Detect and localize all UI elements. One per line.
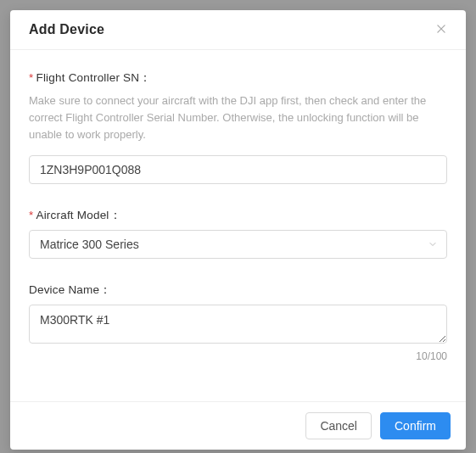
cancel-button[interactable]: Cancel — [305, 412, 372, 439]
device-name-label-row: Device Name： — [29, 282, 447, 298]
modal-header: Add Device — [10, 10, 466, 50]
required-mark: * — [29, 209, 33, 221]
field-flight-sn: *Flight Controller SN： Make sure to conn… — [29, 70, 447, 184]
device-name-label: Device Name： — [29, 283, 111, 296]
modal-title: Add Device — [29, 22, 104, 37]
field-device-name: Device Name： 10/100 — [29, 282, 447, 362]
flight-sn-help: Make sure to connect your aircraft with … — [29, 92, 447, 143]
chevron-down-icon — [428, 239, 438, 249]
add-device-modal: Add Device *Flight Controller SN： Make s… — [10, 10, 466, 450]
aircraft-model-select[interactable]: Matrice 300 Series — [29, 230, 447, 259]
flight-sn-label: Flight Controller SN： — [36, 71, 151, 84]
required-mark: * — [29, 71, 33, 84]
flight-sn-label-row: *Flight Controller SN： — [29, 70, 447, 86]
flight-sn-input[interactable] — [29, 155, 447, 184]
close-icon — [435, 23, 447, 37]
modal-footer: Cancel Confirm — [10, 401, 466, 450]
field-aircraft-model: *Aircraft Model： Matrice 300 Series — [29, 208, 447, 259]
aircraft-model-label-row: *Aircraft Model： — [29, 208, 447, 223]
device-name-input[interactable] — [29, 305, 447, 344]
aircraft-model-label: Aircraft Model： — [36, 209, 120, 221]
modal-body: *Flight Controller SN： Make sure to conn… — [10, 50, 466, 401]
device-name-counter: 10/100 — [29, 350, 447, 362]
confirm-button[interactable]: Confirm — [380, 412, 451, 439]
aircraft-model-value: Matrice 300 Series — [40, 238, 139, 251]
close-button[interactable] — [435, 23, 447, 37]
